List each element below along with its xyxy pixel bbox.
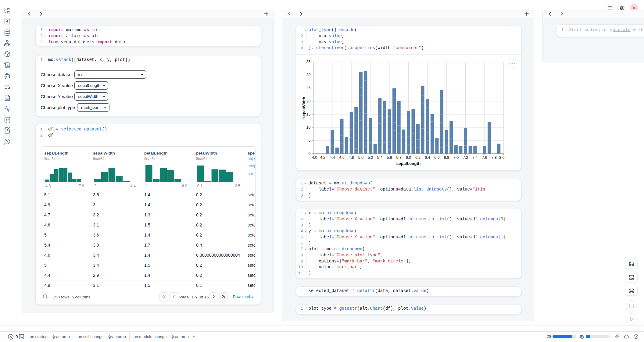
svg-text:5.6: 5.6 — [387, 155, 392, 160]
svg-text:6.0: 6.0 — [406, 155, 411, 160]
svg-text:25: 25 — [306, 86, 310, 90]
svg-text:6.8: 6.8 — [444, 155, 449, 160]
svg-text:6.6: 6.6 — [434, 155, 439, 160]
svg-text:20: 20 — [306, 99, 310, 103]
svg-text:5: 5 — [308, 138, 310, 143]
svg-text:6.2: 6.2 — [415, 155, 420, 160]
svg-text:8.0: 8.0 — [499, 155, 504, 160]
svg-text:7.0: 7.0 — [453, 155, 458, 160]
svg-text:4.4: 4.4 — [330, 155, 335, 160]
svg-text:7.6: 7.6 — [482, 155, 487, 160]
svg-text:35: 35 — [306, 60, 310, 64]
svg-text:4.8: 4.8 — [349, 155, 354, 160]
svg-text:15: 15 — [306, 112, 310, 116]
svg-text:0: 0 — [308, 151, 310, 156]
svg-text:4.2: 4.2 — [320, 155, 325, 160]
svg-text:5.2: 5.2 — [367, 155, 373, 160]
svg-text:sepalWidth: sepalWidth — [302, 97, 306, 119]
svg-text:7.2: 7.2 — [463, 155, 468, 160]
svg-text:sepalLength: sepalLength — [396, 161, 420, 166]
svg-text:5.4: 5.4 — [377, 155, 382, 160]
svg-text:10: 10 — [306, 125, 310, 130]
svg-text:5.0: 5.0 — [358, 155, 363, 160]
svg-text:30: 30 — [306, 73, 310, 77]
svg-text:6.4: 6.4 — [425, 155, 430, 160]
svg-text:7.8: 7.8 — [491, 155, 496, 160]
svg-text:7.4: 7.4 — [472, 155, 478, 160]
svg-text:4.6: 4.6 — [339, 155, 344, 160]
svg-text:4.0: 4.0 — [312, 155, 317, 160]
svg-text:5.8: 5.8 — [396, 155, 401, 160]
